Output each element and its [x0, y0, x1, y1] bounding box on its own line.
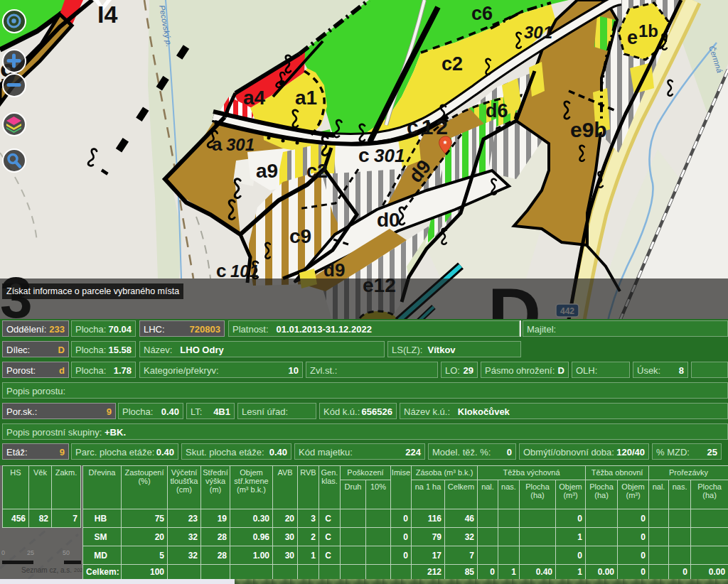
svg-text:1b: 1b — [638, 21, 658, 40]
svg-text:c: c — [358, 144, 370, 166]
svg-text:a1: a1 — [295, 87, 317, 109]
svg-text:c2: c2 — [441, 53, 463, 75]
svg-text:a9: a9 — [256, 160, 278, 182]
svg-text:c2: c2 — [306, 161, 328, 182]
svg-text:101: 101 — [230, 261, 259, 281]
svg-text:301: 301 — [226, 135, 255, 154]
svg-text:301: 301 — [374, 145, 405, 166]
svg-text:a4: a4 — [243, 87, 266, 109]
svg-text:50: 50 — [63, 549, 70, 556]
svg-text:c12: c12 — [407, 115, 451, 139]
svg-text:e: e — [627, 27, 638, 48]
svg-text:e9b: e9b — [570, 118, 607, 141]
svg-text:I4: I4 — [97, 1, 117, 28]
svg-text:301: 301 — [524, 23, 552, 42]
svg-text:*: * — [444, 139, 447, 149]
svg-text:d6: d6 — [486, 100, 508, 121]
svg-text:a: a — [212, 134, 223, 155]
svg-text:c9: c9 — [289, 225, 311, 247]
svg-text:25: 25 — [27, 549, 34, 556]
svg-text:d0: d0 — [377, 209, 400, 231]
svg-text:d9: d9 — [323, 259, 345, 281]
svg-text:Seznam cz, a.s.: Seznam cz, a.s. — [21, 566, 72, 574]
svg-text:c: c — [216, 260, 226, 281]
svg-text:c6: c6 — [471, 3, 493, 24]
svg-text:0: 0 — [1, 549, 5, 556]
